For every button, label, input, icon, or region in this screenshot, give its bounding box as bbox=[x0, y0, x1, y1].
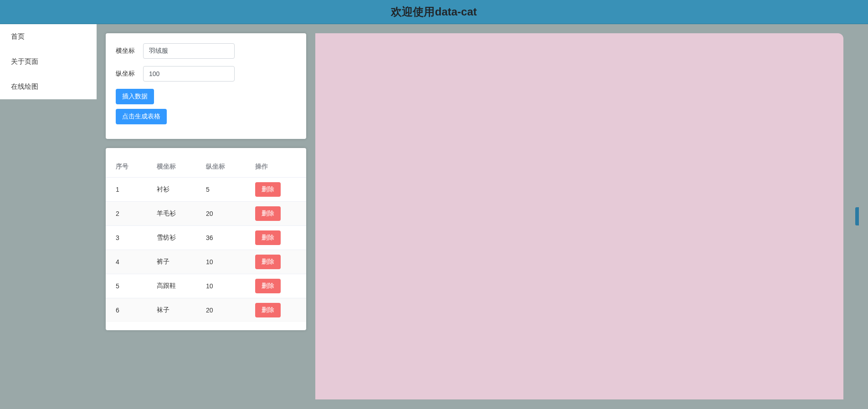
cell-index: 6 bbox=[106, 298, 149, 322]
main-content: 横坐标 纵坐标 插入数据 点击生成表格 序号 bbox=[97, 24, 868, 409]
cell-y: 20 bbox=[199, 202, 248, 226]
sidebar-item-draw[interactable]: 在线绘图 bbox=[0, 74, 97, 99]
cell-y: 20 bbox=[199, 298, 248, 322]
sidebar-item-about[interactable]: 关于页面 bbox=[0, 49, 97, 74]
col-x: 横坐标 bbox=[149, 156, 199, 178]
cell-action: 删除 bbox=[248, 202, 306, 226]
x-axis-label: 横坐标 bbox=[116, 47, 143, 55]
col-index: 序号 bbox=[106, 156, 149, 178]
main-layout: 首页 关于页面 在线绘图 横坐标 纵坐标 插入数据 点击生成表格 bbox=[0, 24, 868, 409]
cell-index: 3 bbox=[106, 226, 149, 250]
y-axis-row: 纵坐标 bbox=[116, 66, 296, 82]
delete-button[interactable]: 删除 bbox=[255, 279, 281, 293]
cell-index: 4 bbox=[106, 250, 149, 274]
sidebar-item-label: 首页 bbox=[11, 32, 25, 40]
sidebar-item-home[interactable]: 首页 bbox=[0, 24, 97, 49]
app-header: 欢迎使用data-cat bbox=[0, 0, 868, 24]
table-row: 1衬衫5删除 bbox=[106, 178, 306, 202]
cell-action: 删除 bbox=[248, 178, 306, 202]
cell-action: 删除 bbox=[248, 298, 306, 322]
right-edge-handle[interactable] bbox=[855, 207, 859, 225]
delete-button[interactable]: 删除 bbox=[255, 230, 281, 245]
cell-x: 袜子 bbox=[149, 298, 199, 322]
table-row: 5高跟鞋10删除 bbox=[106, 274, 306, 298]
cell-x: 高跟鞋 bbox=[149, 274, 199, 298]
table-row: 2羊毛衫20删除 bbox=[106, 202, 306, 226]
cell-action: 删除 bbox=[248, 250, 306, 274]
generate-table-button[interactable]: 点击生成表格 bbox=[116, 109, 167, 124]
input-form-card: 横坐标 纵坐标 插入数据 点击生成表格 bbox=[106, 33, 306, 139]
sidebar-item-label: 在线绘图 bbox=[11, 82, 38, 90]
col-action: 操作 bbox=[248, 156, 306, 178]
y-axis-input[interactable] bbox=[143, 66, 235, 82]
data-table-card: 序号 横坐标 纵坐标 操作 1衬衫5删除2羊毛衫20删除3雪纺衫36删除4裤子1… bbox=[106, 148, 306, 330]
cell-action: 删除 bbox=[248, 274, 306, 298]
y-axis-label: 纵坐标 bbox=[116, 70, 143, 78]
table-row: 3雪纺衫36删除 bbox=[106, 226, 306, 250]
delete-button[interactable]: 删除 bbox=[255, 303, 281, 317]
insert-data-button[interactable]: 插入数据 bbox=[116, 89, 154, 104]
sidebar-item-label: 关于页面 bbox=[11, 57, 38, 65]
data-table: 序号 横坐标 纵坐标 操作 1衬衫5删除2羊毛衫20删除3雪纺衫36删除4裤子1… bbox=[106, 156, 306, 322]
cell-index: 2 bbox=[106, 202, 149, 226]
cell-y: 10 bbox=[199, 250, 248, 274]
table-row: 6袜子20删除 bbox=[106, 298, 306, 322]
delete-button[interactable]: 删除 bbox=[255, 182, 281, 197]
chart-canvas bbox=[315, 33, 843, 399]
cell-action: 删除 bbox=[248, 226, 306, 250]
delete-button[interactable]: 删除 bbox=[255, 206, 281, 221]
cell-index: 1 bbox=[106, 178, 149, 202]
table-row: 4裤子10删除 bbox=[106, 250, 306, 274]
x-axis-input[interactable] bbox=[143, 43, 235, 59]
delete-button[interactable]: 删除 bbox=[255, 255, 281, 269]
sidebar: 首页 关于页面 在线绘图 bbox=[0, 24, 97, 99]
app-title: 欢迎使用data-cat bbox=[391, 5, 477, 18]
cell-x: 雪纺衫 bbox=[149, 226, 199, 250]
cell-x: 羊毛衫 bbox=[149, 202, 199, 226]
cell-y: 5 bbox=[199, 178, 248, 202]
cell-x: 衬衫 bbox=[149, 178, 199, 202]
x-axis-row: 横坐标 bbox=[116, 43, 296, 59]
cell-y: 36 bbox=[199, 226, 248, 250]
cell-y: 10 bbox=[199, 274, 248, 298]
col-y: 纵坐标 bbox=[199, 156, 248, 178]
cell-x: 裤子 bbox=[149, 250, 199, 274]
cell-index: 5 bbox=[106, 274, 149, 298]
